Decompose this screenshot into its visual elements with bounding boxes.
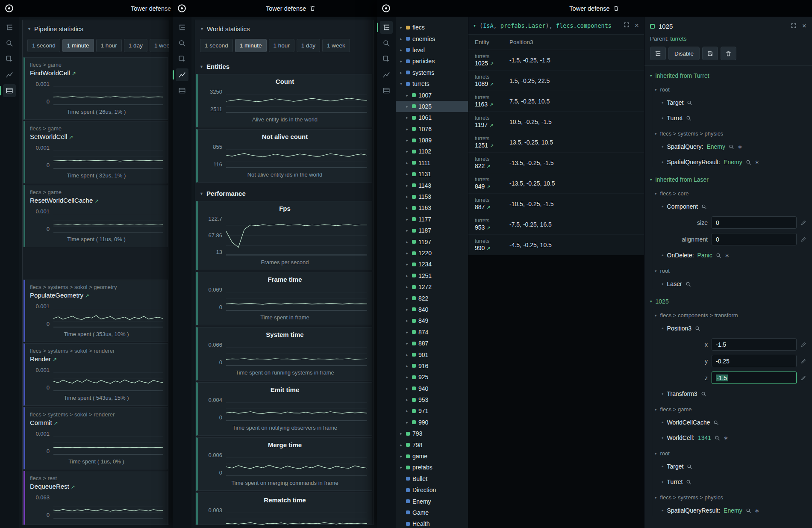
table-icon[interactable] [3,84,16,97]
tree-item-849[interactable]: ▸ 849 [396,315,468,326]
tab-1-second[interactable]: 1 second [200,39,233,52]
tree-item-1143[interactable]: ▸ 1143 [396,180,468,191]
x-input[interactable]: -1.5 [712,338,797,351]
component-value-link[interactable]: Enemy [724,507,742,514]
tab-1-hour[interactable]: 1 hour [96,39,122,52]
tab-1-minute[interactable]: 1 minute [235,39,267,52]
search-icon[interactable] [746,159,751,165]
y-input[interactable]: -0.25 [712,355,797,367]
search-icon[interactable] [176,37,188,50]
chart-icon[interactable] [3,68,16,81]
inspect-icon[interactable] [380,53,393,65]
search-icon[interactable] [380,37,393,50]
search-icon[interactable] [3,37,16,50]
search-icon[interactable] [687,100,692,106]
search-icon[interactable] [686,479,691,485]
entity-id-link[interactable]: 953 ↗ [475,224,509,231]
chevron-icon[interactable]: ▸ [405,138,409,142]
tree-item-game[interactable]: ▸ game [396,451,468,462]
tree-item-1272[interactable]: ▸ 1272 [396,281,468,292]
chevron-icon[interactable]: ▸ [399,71,403,75]
search-icon[interactable] [686,115,691,121]
panel-header[interactable]: ▾ Pipeline statistics [23,20,169,36]
search-icon[interactable] [713,420,719,425]
chevron-icon[interactable]: ▸ [405,330,409,334]
tree-item-1251[interactable]: ▸ 1251 [396,270,468,281]
query-result-row-1197[interactable]: turrets 1197 ↗ 10.5, -0.25, -1.5 [468,112,644,132]
tree-item-Direction[interactable]: Direction [396,484,468,496]
component-row[interactable]: • WorldCell:1341∗ [644,430,812,445]
tree-icon[interactable] [380,21,393,34]
chevron-icon[interactable]: ▸ [405,274,409,278]
tree-item-1153[interactable]: ▸ 1153 [396,191,468,202]
chevron-icon[interactable]: ▸ [405,375,409,379]
tree-item-flecs[interactable]: ▸ flecs [396,22,468,33]
chart-icon[interactable] [380,68,393,81]
chevron-icon[interactable]: ▸ [405,228,409,233]
component-row[interactable]: • Transform3 [644,386,812,401]
tree-item-1061[interactable]: ▸ 1061 [396,112,468,123]
stat-link[interactable]: SetWorldCell↗ [30,133,163,140]
chevron-icon[interactable]: ▸ [405,386,409,391]
tree-item-1131[interactable]: ▸ 1131 [396,168,468,180]
chevron-icon[interactable]: ▸ [405,285,409,289]
chevron-icon[interactable]: ▸ [405,127,409,131]
chevron-icon[interactable]: ▾ [399,82,403,86]
chevron-icon[interactable]: ▸ [399,465,403,469]
tab-1-day[interactable]: 1 day [124,39,147,52]
stat-link[interactable]: Render↗ [30,355,163,363]
query-result-row-1089[interactable]: turrets 1089 ↗ 1.5, -0.25, 22.5 [468,71,644,91]
tree-item-systems[interactable]: ▸ systems [396,67,468,78]
tree-item-990[interactable]: ▸ 990 [396,417,468,428]
chevron-icon[interactable]: ▸ [405,341,409,345]
disable-button[interactable]: Disable [668,47,700,60]
component-row[interactable]: • OnDelete:Panic∗ [644,248,812,263]
query-result-row-1025[interactable]: turrets 1025 ↗ -1.5, -0.25, -1.5 [468,50,644,71]
edit-icon[interactable] [800,342,806,348]
chevron-icon[interactable]: ▸ [399,25,403,29]
save-button[interactable] [702,47,718,60]
chevron-icon[interactable]: ▸ [405,149,409,153]
chart-icon[interactable] [176,68,188,81]
search-icon[interactable] [695,326,700,331]
component-path[interactable]: ▾root [644,263,812,276]
edit-icon[interactable] [800,236,806,242]
component-path[interactable]: ▾flecs > game [644,401,812,415]
inspect-icon[interactable] [176,53,188,65]
chevron-icon[interactable]: ▸ [399,443,403,447]
tree-item-925[interactable]: ▸ 925 [396,372,468,383]
tree-item-Bullet[interactable]: Bullet [396,473,468,484]
table-icon[interactable] [380,84,393,97]
delete-button[interactable] [721,47,736,60]
query-result-row-887[interactable]: turrets 887 ↗ -10.5, -0.25, -1.5 [468,194,644,214]
tree-item-particles[interactable]: ▸ particles [396,56,468,67]
search-icon[interactable] [701,204,707,209]
tree-item-793[interactable]: ▸ 793 [396,428,468,439]
stat-link[interactable]: FindWorldCell↗ [30,69,163,77]
query-result-row-1251[interactable]: turrets 1251 ↗ 13.5, -0.25, 10.5 [468,132,644,153]
component-value-link[interactable]: Enemy [724,159,742,165]
chevron-icon[interactable]: ▸ [405,353,409,357]
query-result-row-1163[interactable]: turrets 1163 ↗ 7.5, -0.25, 10.5 [468,91,644,112]
chevron-icon[interactable]: ▸ [399,454,403,458]
component-row[interactable]: • Target [644,459,812,474]
component-path[interactable]: ▾flecs > systems > physics [644,490,812,503]
trash-icon[interactable] [613,5,620,12]
tree-item-1025[interactable]: ▸ 1025 [396,101,468,112]
tab-1-second[interactable]: 1 second [27,39,60,52]
component-value-link[interactable]: Enemy [706,143,725,150]
component-value-link[interactable]: Panic [697,252,712,259]
tree-item-822[interactable]: ▸ 822 [396,292,468,304]
chevron-down-icon[interactable]: ▾ [474,23,476,28]
tree-item-901[interactable]: ▸ 901 [396,349,468,360]
chevron-icon[interactable]: ▸ [405,409,409,413]
search-icon[interactable] [687,464,692,469]
entity-id-link[interactable]: 849 ↗ [475,183,509,190]
component-path[interactable]: ▾root [644,445,812,459]
tree-item-1076[interactable]: ▸ 1076 [396,124,468,135]
chevron-icon[interactable]: ▸ [405,307,409,312]
tree-item-940[interactable]: ▸ 940 [396,383,468,394]
search-icon[interactable] [716,253,721,258]
chevron-icon[interactable]: ▸ [405,217,409,221]
query-result-row-990[interactable]: turrets 990 ↗ -4.5, -0.25, 10.5 [468,235,644,255]
